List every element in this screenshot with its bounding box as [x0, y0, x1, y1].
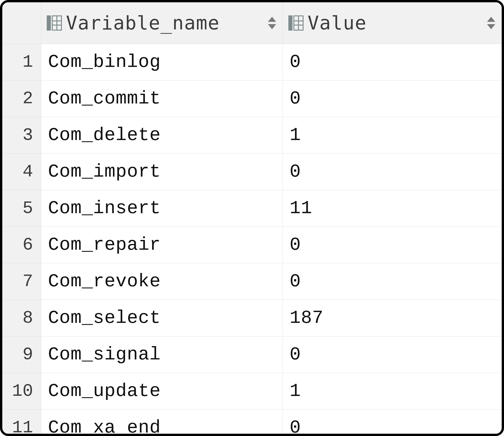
- cell-value[interactable]: 1: [283, 117, 502, 154]
- cell-value[interactable]: 1: [283, 373, 502, 409]
- table-row[interactable]: 11 Com_xa_end 0: [2, 409, 502, 436]
- table-row[interactable]: 9 Com_signal 0: [2, 336, 502, 373]
- table-row[interactable]: 6 Com_repair 0: [2, 227, 502, 263]
- cell-variable-name[interactable]: Com_select: [41, 300, 283, 336]
- cell-value[interactable]: 0: [283, 227, 502, 263]
- row-number: 8: [2, 300, 41, 336]
- table-body: 1 Com_binlog 0 2 Com_commit 0 3 Com_dele…: [2, 44, 502, 436]
- table-row[interactable]: 10 Com_update 1: [2, 373, 502, 409]
- row-number: 10: [2, 373, 41, 409]
- column-header-label: Value: [308, 14, 367, 32]
- row-number: 11: [2, 409, 41, 436]
- row-number: 4: [2, 154, 41, 190]
- column-header-variable-name[interactable]: Variable_name: [41, 2, 283, 44]
- cell-value[interactable]: 0: [283, 81, 502, 117]
- row-number: 3: [2, 117, 41, 154]
- column-header-label: Variable_name: [66, 14, 220, 32]
- cell-variable-name[interactable]: Com_update: [41, 373, 283, 409]
- cell-variable-name[interactable]: Com_binlog: [41, 44, 283, 81]
- cell-value[interactable]: 0: [283, 336, 502, 373]
- cell-value[interactable]: 0: [283, 263, 502, 300]
- table-row[interactable]: 8 Com_select 187: [2, 300, 502, 336]
- cell-variable-name[interactable]: Com_xa_end: [41, 409, 283, 436]
- cell-variable-name[interactable]: Com_signal: [41, 336, 283, 373]
- row-number: 9: [2, 336, 41, 373]
- cell-value[interactable]: 187: [283, 300, 502, 336]
- sort-icon[interactable]: [487, 17, 495, 29]
- table-row[interactable]: 5 Com_insert 11: [2, 190, 502, 227]
- table-header-row: Variable_name Value: [2, 2, 502, 44]
- cell-value[interactable]: 0: [283, 154, 502, 190]
- table-row[interactable]: 4 Com_import 0: [2, 154, 502, 190]
- cell-value[interactable]: 0: [283, 409, 502, 436]
- sort-icon[interactable]: [268, 17, 276, 29]
- column-type-icon: [47, 15, 62, 31]
- cell-value[interactable]: 11: [283, 190, 502, 227]
- cell-variable-name[interactable]: Com_commit: [41, 81, 283, 117]
- column-header-value[interactable]: Value: [283, 2, 502, 44]
- cell-value[interactable]: 0: [283, 44, 502, 81]
- row-number-header[interactable]: [2, 2, 41, 44]
- row-number: 7: [2, 263, 41, 300]
- cell-variable-name[interactable]: Com_import: [41, 154, 283, 190]
- row-number: 5: [2, 190, 41, 227]
- row-number: 2: [2, 81, 41, 117]
- row-number: 6: [2, 227, 41, 263]
- cell-variable-name[interactable]: Com_repair: [41, 227, 283, 263]
- table-row[interactable]: 7 Com_revoke 0: [2, 263, 502, 300]
- cell-variable-name[interactable]: Com_delete: [41, 117, 283, 154]
- cell-variable-name[interactable]: Com_revoke: [41, 263, 283, 300]
- results-panel: Variable_name Value: [0, 0, 504, 436]
- row-number: 1: [2, 44, 41, 81]
- table-row[interactable]: 3 Com_delete 1: [2, 117, 502, 154]
- column-type-icon: [288, 15, 304, 31]
- results-table: Variable_name Value: [2, 2, 502, 436]
- cell-variable-name[interactable]: Com_insert: [41, 190, 283, 227]
- table-row[interactable]: 1 Com_binlog 0: [2, 44, 502, 81]
- table-row[interactable]: 2 Com_commit 0: [2, 81, 502, 117]
